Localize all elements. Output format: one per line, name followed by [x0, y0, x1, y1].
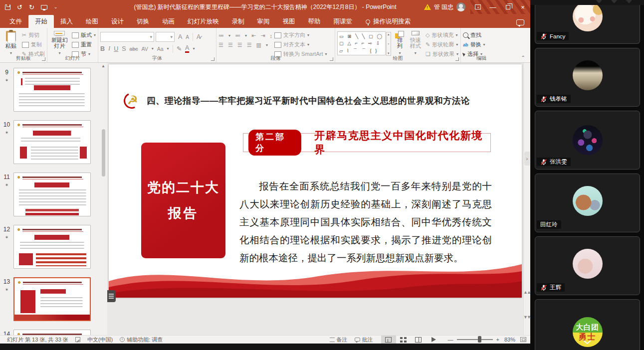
grow-font-icon[interactable]: A: [178, 33, 182, 40]
ribbon-tab[interactable]: 动画: [156, 15, 181, 28]
participant-tile[interactable]: 钱孝铭: [535, 48, 640, 107]
replace-button[interactable]: ab替换▾: [463, 41, 485, 48]
slide-thumbnail[interactable]: 10 ✶: [0, 120, 91, 164]
warning-icon[interactable]: [424, 4, 431, 10]
font-color-button[interactable]: A: [185, 44, 189, 53]
zoom-percent[interactable]: 83%: [504, 337, 515, 343]
floating-panel-button[interactable]: [107, 290, 116, 302]
save-icon[interactable]: [5, 4, 10, 10]
bullets-icon[interactable]: ≔: [218, 32, 224, 39]
notes-button[interactable]: 备注: [330, 336, 348, 344]
align-text-button[interactable]: 对齐文本▾: [274, 41, 327, 48]
outdent-icon[interactable]: ⇤: [251, 32, 256, 39]
thumbnail-image[interactable]: [13, 277, 91, 321]
zoom-slider-thumb[interactable]: [478, 336, 481, 343]
slide-thumbnail[interactable]: 9 ✶: [0, 68, 91, 112]
shrink-font-icon[interactable]: A: [186, 34, 189, 40]
cut-button[interactable]: ✂剪切: [22, 31, 45, 39]
minimize-button[interactable]: —: [485, 0, 500, 14]
clipboard-dialog-launcher[interactable]: [42, 57, 45, 61]
proofing-icon[interactable]: [75, 337, 80, 342]
account-avatar[interactable]: [456, 2, 465, 11]
participant-tile[interactable]: 王辉: [535, 236, 640, 295]
redo-icon[interactable]: ↻: [29, 4, 34, 10]
thumbnail-scrollbar-thumb[interactable]: [102, 129, 105, 176]
ribbon-tab[interactable]: 文件: [3, 15, 28, 28]
participant-tile[interactable]: 田红玲: [535, 174, 640, 232]
slide-number-status[interactable]: 幻灯片 第 13 张, 共 33 张: [7, 336, 68, 344]
slide-thumbnail[interactable]: 11 ✶: [0, 173, 91, 216]
next-slide-button[interactable]: ▼▼: [523, 315, 530, 320]
quick-styles-button[interactable]: 快速样式▾: [407, 29, 424, 55]
customize-qat-icon[interactable]: ⌄: [54, 5, 58, 9]
chevron-icon[interactable]: [595, 0, 603, 3]
slideshow-icon[interactable]: [41, 5, 47, 9]
font-name-select[interactable]: ▾: [100, 32, 154, 42]
thumbnail-image[interactable]: [13, 120, 91, 164]
previous-slide-button[interactable]: ▲▲: [523, 290, 530, 295]
zoom-in-button[interactable]: +: [496, 337, 499, 343]
collapse-ribbon-icon[interactable]: ⌃: [521, 55, 525, 60]
thumbnail-image[interactable]: [13, 173, 91, 216]
change-case-button[interactable]: Aa: [157, 46, 164, 52]
ribbon-tab[interactable]: 设计: [105, 15, 130, 28]
tell-me-search[interactable]: 操作说明搜索: [366, 15, 411, 28]
align-center-icon[interactable]: ☰: [228, 42, 233, 48]
language-status[interactable]: 中文(中国): [87, 336, 113, 344]
shapes-gallery[interactable]: ▭ ⊞ ╲ ╲ ▢ ◯ ▢ △ ⌐ ⌐ ⇨ ⇩ ▱ ⌇ ⌒ ⌒ { } ▲▪▼: [337, 31, 386, 55]
comments-icon[interactable]: [516, 19, 524, 25]
shape-fill-button[interactable]: ◇形状填充▾: [426, 31, 458, 39]
scroll-down-indicator[interactable]: [580, 339, 595, 346]
ribbon-tab[interactable]: 绘图: [79, 15, 105, 28]
zoom-slider[interactable]: [457, 339, 493, 340]
thumbnail-image[interactable]: [13, 68, 91, 112]
ribbon-tab[interactable]: 雨课堂: [327, 15, 359, 28]
indent-icon[interactable]: ⇥: [260, 32, 265, 39]
zoom-out-button[interactable]: —: [448, 337, 453, 343]
layout-button[interactable]: 版式▾: [72, 31, 96, 39]
undo-icon[interactable]: ↺: [17, 4, 22, 10]
clear-format-icon[interactable]: A̷: [197, 33, 201, 40]
copy-button[interactable]: 复制: [22, 41, 45, 48]
align-right-icon[interactable]: ☰: [237, 42, 243, 48]
current-slide-canvas[interactable]: ☭ 四、理论指导——牢牢把握习近平新时代中国特色社会主义思想的世界观和方法论 党…: [109, 64, 522, 298]
paragraph-dialog-launcher[interactable]: [330, 57, 333, 61]
bold-button[interactable]: B: [100, 45, 105, 52]
shape-outline-button[interactable]: ✎形状轮廓▾: [426, 41, 458, 48]
slide-thumbnail[interactable]: 13 ✶: [0, 277, 91, 321]
drawing-dialog-launcher[interactable]: [455, 57, 459, 61]
highlight-button[interactable]: ✎: [177, 45, 182, 52]
char-spacing-button[interactable]: AV: [142, 46, 148, 52]
accessibility-status[interactable]: 辅助功能: 调查: [127, 336, 163, 344]
close-button[interactable]: ×: [515, 0, 530, 14]
restore-button[interactable]: [500, 0, 515, 14]
shapes-scroll[interactable]: ▲▪▼: [386, 32, 391, 56]
font-size-select[interactable]: ▾: [156, 32, 175, 42]
new-slide-button[interactable]: 新建幻灯片▾: [49, 29, 70, 55]
ribbon-tab[interactable]: 录制: [225, 15, 251, 28]
arrange-button[interactable]: 排列▾: [395, 29, 406, 55]
numbering-icon[interactable]: ≕: [235, 32, 241, 39]
text-direction-button[interactable]: 文字方向▾: [274, 31, 327, 39]
slide-thumbnail[interactable]: 12 ✶: [0, 225, 91, 269]
normal-view-button[interactable]: [381, 336, 396, 344]
strikethrough-button[interactable]: abc: [130, 46, 138, 52]
font-dialog-launcher[interactable]: [211, 57, 215, 61]
find-button[interactable]: 查找: [463, 31, 485, 39]
text-shadow-button[interactable]: S: [122, 45, 126, 52]
ribbon-tab[interactable]: 视图: [276, 15, 302, 28]
thumbnail-image[interactable]: [13, 225, 91, 269]
ribbon-tab[interactable]: 幻灯片放映: [181, 15, 225, 28]
align-left-icon[interactable]: ☰: [218, 42, 224, 48]
reset-button[interactable]: 重置: [72, 41, 96, 48]
slide-sorter-button[interactable]: [396, 336, 411, 344]
thumbnail-scrollbar[interactable]: ▲: [101, 63, 106, 335]
reading-view-button[interactable]: [411, 336, 426, 344]
participant-tile[interactable]: Fancy: [535, 0, 640, 44]
fit-to-window-button[interactable]: [520, 337, 526, 342]
participant-tile[interactable]: 张洪雯: [535, 111, 640, 170]
scroll-up-icon[interactable]: ▲: [101, 64, 105, 68]
columns-icon[interactable]: ▥: [256, 42, 262, 48]
chevron-icon[interactable]: [625, 0, 633, 3]
slide-thumbnail[interactable]: 14 ✶: [0, 330, 91, 335]
